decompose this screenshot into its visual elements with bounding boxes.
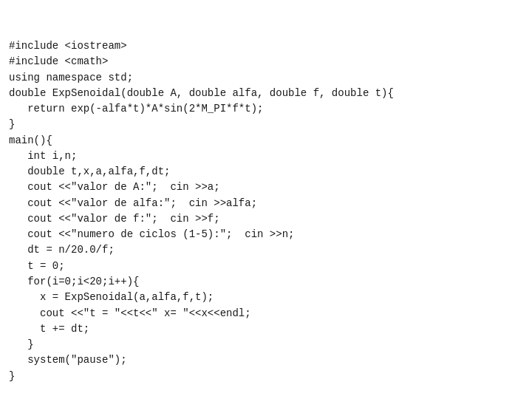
code-editor: #include <iostream> #include <cmath> usi… <box>0 0 532 399</box>
code-content: #include <iostream> #include <cmath> usi… <box>9 38 523 384</box>
